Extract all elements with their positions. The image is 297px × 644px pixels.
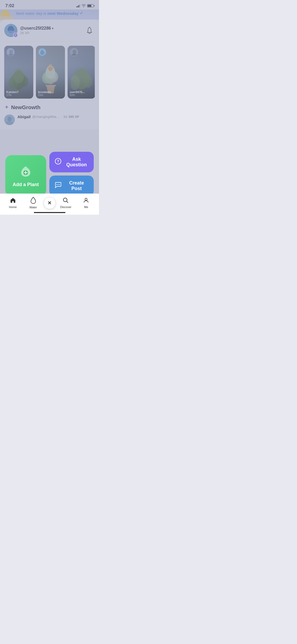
nav-me-label: Me (84, 205, 88, 209)
leaf-icon (18, 164, 33, 179)
right-action-buttons: ? Ask Question Create Post (49, 152, 94, 196)
close-icon: ✕ (48, 200, 51, 206)
nav-home-label: Home (9, 205, 17, 209)
chat-icon (55, 182, 62, 190)
svg-point-37 (56, 184, 57, 185)
leaf-plus-icon (18, 164, 33, 179)
water-drop-icon (30, 197, 36, 205)
home-indicator (34, 212, 65, 213)
create-post-button[interactable]: Create Post (49, 176, 94, 196)
nav-discover[interactable]: Discover (56, 197, 76, 209)
nav-water[interactable]: Water (23, 197, 43, 209)
nav-water-label: Water (29, 206, 37, 209)
question-icon: ? (55, 158, 62, 166)
ask-question-button[interactable]: ? Ask Question (49, 152, 94, 172)
create-post-label: Create Post (65, 180, 88, 191)
nav-home[interactable]: Home (3, 197, 23, 209)
svg-point-39 (59, 184, 60, 185)
action-popup: Add a Plant ? Ask Question Create (0, 152, 99, 196)
person-icon (83, 197, 89, 205)
add-plant-button[interactable]: Add a Plant (5, 155, 46, 196)
svg-line-41 (67, 201, 68, 203)
ask-question-label: Ask Question (65, 157, 88, 168)
svg-point-38 (58, 184, 59, 185)
nav-close-button[interactable]: ✕ (44, 197, 56, 209)
bottom-nav: Home Water ✕ Discover Me (0, 194, 99, 215)
nav-discover-label: Discover (60, 205, 72, 209)
svg-text:?: ? (57, 159, 59, 163)
svg-point-42 (85, 198, 87, 200)
search-icon (63, 197, 69, 205)
svg-point-40 (63, 198, 67, 202)
home-icon (10, 197, 16, 205)
nav-me[interactable]: Me (76, 197, 96, 209)
add-plant-label: Add a Plant (13, 182, 39, 187)
